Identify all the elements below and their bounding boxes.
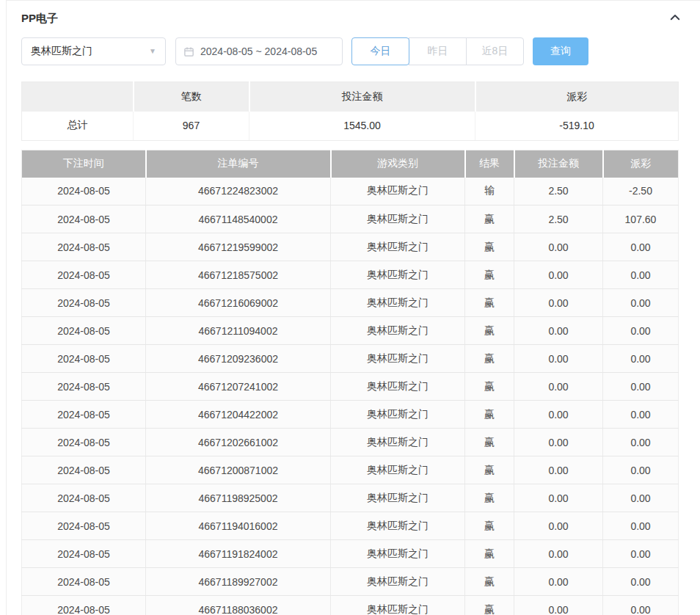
table-row: 2024-08-0546671189927002奥林匹斯之门赢0.000.00	[22, 568, 679, 596]
payout-cell: 0.00	[603, 456, 679, 484]
collapse-panel-button[interactable]	[667, 10, 683, 26]
filter-controls: 奥林匹斯之门 ▼ 2024-08-05 ~ 2024-08-05 今日 昨日 近…	[21, 37, 683, 65]
yesterday-button[interactable]: 昨日	[409, 37, 467, 65]
summary-header-blank	[22, 82, 134, 112]
game-type-cell: 奥林匹斯之门	[331, 373, 465, 401]
game-select[interactable]: 奥林匹斯之门 ▼	[21, 37, 166, 65]
result-cell: 赢	[465, 205, 514, 233]
table-row: 2024-08-0546671209236002奥林匹斯之门赢0.000.00	[22, 345, 679, 373]
game-type-cell: 奥林匹斯之门	[331, 568, 465, 596]
quick-range-button-group: 今日 昨日 近8日	[351, 37, 524, 65]
table-row: 2024-08-0546671207241002奥林匹斯之门赢0.000.00	[22, 373, 679, 401]
last-8-days-button[interactable]: 近8日	[466, 37, 524, 65]
game-type-cell: 奥林匹斯之门	[331, 596, 465, 615]
game-type-cell: 奥林匹斯之门	[331, 345, 465, 373]
game-select-value: 奥林匹斯之门	[31, 45, 92, 58]
payout-cell: 0.00	[603, 345, 679, 373]
summary-table: 笔数 投注金额 派彩 总计 967 1545.00 -519.10	[21, 81, 679, 141]
bet-id-cell: 46671207241002	[146, 373, 331, 401]
payout-cell: 0.00	[603, 484, 679, 512]
table-row: 2024-08-0546671202661002奥林匹斯之门赢0.000.00	[22, 429, 679, 456]
table-row: 2024-08-0546671194016002奥林匹斯之门赢0.000.00	[22, 512, 679, 540]
pp-electronic-panel: PP电子 奥林匹斯之门 ▼ 2024-08-05 ~ 2024-08-05	[6, 0, 700, 615]
bet-records-table: 下注时间 注单编号 游戏类别 结果 投注金额 派彩 2024-08-054667…	[21, 150, 679, 615]
table-row: 2024-08-0546671219599002奥林匹斯之门赢0.000.00	[22, 233, 679, 261]
result-cell: 赢	[465, 456, 514, 484]
bet-time-cell: 2024-08-05	[22, 373, 146, 401]
game-type-cell: 奥林匹斯之门	[331, 178, 465, 205]
bet-id-cell: 46671216069002	[146, 289, 331, 317]
today-button[interactable]: 今日	[351, 37, 409, 65]
summary-header-bet-amount: 投注金额	[249, 82, 475, 112]
result-cell: 赢	[465, 373, 514, 401]
bet-amount-cell: 0.00	[514, 456, 603, 484]
bet-time-cell: 2024-08-05	[22, 401, 146, 429]
payout-cell: 0.00	[603, 317, 679, 345]
total-count: 967	[134, 112, 249, 141]
bet-id-cell: 46671200871002	[146, 456, 331, 484]
game-type-cell: 奥林匹斯之门	[331, 289, 465, 317]
bet-id-cell: 46671191824002	[146, 540, 331, 568]
table-row: 2024-08-0546671148540002奥林匹斯之门赢2.50107.6…	[22, 205, 679, 233]
bet-time-cell: 2024-08-05	[22, 178, 146, 205]
result-cell: 赢	[465, 568, 514, 596]
bet-amount-cell: 0.00	[514, 484, 603, 512]
bet-time-cell: 2024-08-05	[22, 512, 146, 540]
summary-header-count: 笔数	[134, 82, 249, 112]
table-row: 2024-08-0546671188036002奥林匹斯之门赢0.000.00	[22, 596, 679, 615]
table-row: 2024-08-0546671211094002奥林匹斯之门赢0.000.00	[22, 317, 679, 345]
summary-header-payout: 派彩	[475, 82, 679, 112]
bet-id-cell: 46671209236002	[146, 345, 331, 373]
bet-time-cell: 2024-08-05	[22, 261, 146, 289]
summary-total-row: 总计 967 1545.00 -519.10	[22, 112, 679, 141]
game-type-cell: 奥林匹斯之门	[331, 512, 465, 540]
game-type-cell: 奥林匹斯之门	[331, 261, 465, 289]
result-cell: 赢	[465, 512, 514, 540]
game-type-cell: 奥林匹斯之门	[331, 540, 465, 568]
bet-id-cell: 46671218575002	[146, 261, 331, 289]
bet-id-cell: 46671219599002	[146, 233, 331, 261]
result-cell: 赢	[465, 429, 514, 456]
header-result: 结果	[465, 150, 514, 178]
date-range-input[interactable]: 2024-08-05 ~ 2024-08-05	[175, 37, 343, 65]
payout-cell: 0.00	[603, 429, 679, 456]
result-cell: 赢	[465, 345, 514, 373]
game-type-cell: 奥林匹斯之门	[331, 233, 465, 261]
bet-id-cell: 46671202661002	[146, 429, 331, 456]
query-button[interactable]: 查询	[533, 37, 588, 65]
table-row: 2024-08-0546671216069002奥林匹斯之门赢0.000.00	[22, 289, 679, 317]
bet-id-cell: 46671188036002	[146, 596, 331, 615]
payout-cell: 0.00	[603, 540, 679, 568]
bet-amount-cell: 0.00	[514, 512, 603, 540]
bet-id-cell: 46671198925002	[146, 484, 331, 512]
result-cell: 赢	[465, 233, 514, 261]
bet-id-cell: 46671224823002	[146, 178, 331, 205]
table-row: 2024-08-0546671224823002奥林匹斯之门输2.50-2.50	[22, 178, 679, 205]
bet-amount-cell: 0.00	[514, 289, 603, 317]
table-row: 2024-08-0546671198925002奥林匹斯之门赢0.000.00	[22, 484, 679, 512]
game-type-cell: 奥林匹斯之门	[331, 205, 465, 233]
bet-amount-cell: 0.00	[514, 568, 603, 596]
bet-id-cell: 46671148540002	[146, 205, 331, 233]
table-row: 2024-08-0546671200871002奥林匹斯之门赢0.000.00	[22, 456, 679, 484]
table-row: 2024-08-0546671191824002奥林匹斯之门赢0.000.00	[22, 540, 679, 568]
summary-header-row: 笔数 投注金额 派彩	[22, 82, 679, 112]
game-type-cell: 奥林匹斯之门	[331, 429, 465, 456]
total-payout: -519.10	[475, 112, 679, 141]
total-bet-amount: 1545.00	[249, 112, 475, 141]
header-bet-time: 下注时间	[22, 150, 146, 178]
payout-cell: 0.00	[603, 401, 679, 429]
header-bet-id: 注单编号	[146, 150, 331, 178]
bet-amount-cell: 0.00	[514, 317, 603, 345]
game-type-cell: 奥林匹斯之门	[331, 456, 465, 484]
bet-amount-cell: 0.00	[514, 373, 603, 401]
payout-cell: 107.60	[603, 205, 679, 233]
bet-id-cell: 46671204422002	[146, 401, 331, 429]
bet-id-cell: 46671189927002	[146, 568, 331, 596]
bet-amount-cell: 2.50	[514, 205, 603, 233]
bet-table-body: 2024-08-0546671224823002奥林匹斯之门输2.50-2.50…	[22, 178, 679, 615]
table-row: 2024-08-0546671204422002奥林匹斯之门赢0.000.00	[22, 401, 679, 429]
calendar-icon	[183, 46, 194, 57]
table-row: 2024-08-0546671218575002奥林匹斯之门赢0.000.00	[22, 261, 679, 289]
bet-amount-cell: 2.50	[514, 178, 603, 205]
